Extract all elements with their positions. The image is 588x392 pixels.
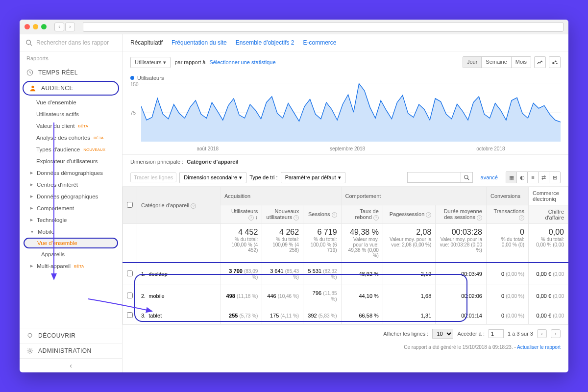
- nav-audience-interet[interactable]: Centres d'intérêt: [20, 179, 122, 191]
- sort-type-label: Type de tri :: [249, 174, 277, 180]
- goto-page-input[interactable]: [489, 329, 504, 338]
- search-placeholder[interactable]: Rechercher dans les rappor: [36, 39, 109, 46]
- table-row[interactable]: 3. tablet255 (5,73 %)175 (4,11 %)392 (5,…: [123, 307, 568, 324]
- tab-frequentation[interactable]: Fréquentation du site: [172, 39, 227, 46]
- row-checkbox[interactable]: [127, 312, 133, 318]
- beta-badge: BÊTA: [73, 264, 85, 269]
- legend-bullet-icon: [130, 76, 134, 80]
- granularity-mois[interactable]: Mois: [512, 57, 531, 68]
- rows-per-page-select[interactable]: 10: [432, 329, 453, 339]
- granularity-semaine[interactable]: Semaine: [482, 57, 511, 68]
- help-icon[interactable]: ?: [294, 215, 299, 220]
- svg-point-3: [31, 86, 34, 88]
- table-row[interactable]: 1. desktop3 700 (83,09 %)3 641 (85,43 %)…: [123, 263, 568, 285]
- help-icon[interactable]: ?: [332, 212, 337, 218]
- metric-dropdown[interactable]: Utilisateurs▾: [130, 57, 171, 68]
- help-icon[interactable]: ?: [519, 215, 524, 220]
- nav-audience-mobile[interactable]: Mobile: [20, 226, 122, 238]
- nav-audience-types[interactable]: Types d'audienceNOUVEAUX: [20, 144, 122, 155]
- svg-point-9: [556, 63, 558, 64]
- table-row[interactable]: 2. mobile498 (11,18 %)446 (10,46 %)796 (…: [123, 285, 568, 307]
- minimize-window-button[interactable]: [33, 24, 38, 29]
- help-icon[interactable]: ?: [477, 215, 482, 220]
- address-bar[interactable]: [83, 22, 564, 32]
- help-icon[interactable]: ?: [373, 215, 379, 220]
- tab-recap[interactable]: Récapitulatif: [130, 39, 163, 46]
- sidebar-collapse-toggle[interactable]: ‹: [20, 358, 122, 372]
- show-rows-label: Afficher les lignes :: [383, 331, 428, 337]
- nav-audience-techno[interactable]: Technologie: [20, 214, 122, 226]
- col-users[interactable]: Utilisateurs? ↓: [220, 205, 262, 224]
- col-bounce[interactable]: Taux de rebond?: [341, 205, 383, 224]
- refresh-report-link[interactable]: Actualiser le rapport: [517, 344, 561, 350]
- back-button[interactable]: ‹: [54, 23, 64, 31]
- col-transactions[interactable]: Transactions?: [486, 205, 528, 224]
- svg-point-6: [29, 350, 31, 352]
- ytick-75: 75: [130, 110, 136, 116]
- help-icon[interactable]: ?: [248, 215, 254, 220]
- select-all-checkbox[interactable]: [127, 202, 133, 208]
- view-pivot-icon[interactable]: ⊞: [549, 172, 560, 183]
- chart-motion-icon[interactable]: [549, 56, 561, 68]
- goto-label: Accéder à :: [457, 331, 485, 337]
- nav-audience-actifs[interactable]: Utilisateurs actifs: [20, 108, 122, 120]
- legend-users-label: Utilisateurs: [137, 75, 164, 81]
- close-window-button[interactable]: [24, 24, 30, 29]
- nav-audience[interactable]: AUDIENCE: [27, 84, 114, 93]
- xtick: septembre 2018: [330, 146, 365, 151]
- row-checkbox[interactable]: [127, 270, 133, 276]
- view-bar-icon[interactable]: ≡: [528, 172, 539, 183]
- sort-type-dropdown[interactable]: Paramètre par défaut▾: [281, 172, 345, 183]
- view-compare-icon[interactable]: ⇄: [539, 172, 549, 183]
- beta-badge: BÊTA: [76, 124, 89, 128]
- advanced-link[interactable]: avancé: [481, 174, 498, 180]
- granularity-jour[interactable]: Jour: [463, 57, 482, 68]
- table-search-input[interactable]: [407, 172, 461, 183]
- view-pie-icon[interactable]: ◐: [517, 172, 528, 183]
- main-content: Récapitulatif Fréquentation du site Ense…: [122, 34, 568, 372]
- help-icon[interactable]: ?: [426, 212, 431, 218]
- nav-audience-demo[interactable]: Données démographiques: [20, 167, 122, 179]
- select-stat-link[interactable]: Sélectionner une statistique: [209, 59, 275, 65]
- nav-administration[interactable]: ADMINISTRATION: [20, 343, 122, 358]
- prev-page-button[interactable]: ‹: [537, 329, 547, 338]
- col-pps[interactable]: Pages/session?: [383, 205, 435, 224]
- tab-ecommerce[interactable]: E-commerce: [303, 39, 337, 46]
- nav-audience-comportement[interactable]: Comportement: [20, 202, 122, 214]
- plot-rows-button: Tracer les lignes: [130, 172, 176, 182]
- help-icon[interactable]: ?: [191, 203, 196, 209]
- maximize-window-button[interactable]: [41, 24, 47, 29]
- nav-audience-valeur[interactable]: Valeur du clientBÊTA: [20, 120, 122, 132]
- chart-line-icon[interactable]: [534, 56, 546, 68]
- nav-audience-explorateur[interactable]: Explorateur d'utilisateurs: [20, 155, 122, 167]
- svg-line-1: [30, 44, 32, 46]
- table-search-button[interactable]: [461, 172, 473, 183]
- new-badge: NOUVEAUX: [82, 147, 107, 152]
- col-revenue[interactable]: Chiffre d'affaire: [528, 205, 568, 224]
- nav-audience-geo[interactable]: Données géographiques: [20, 191, 122, 202]
- person-icon: [29, 85, 36, 92]
- forward-button[interactable]: ›: [65, 23, 75, 31]
- col-new-users[interactable]: Nouveaux utilisateurs?: [262, 205, 303, 224]
- nav-mobile-vue[interactable]: Vue d'ensemble: [24, 238, 118, 248]
- beta-badge: BÊTA: [92, 136, 105, 140]
- secondary-dimension-dropdown[interactable]: Dimension secondaire▾: [179, 172, 246, 183]
- nav-audience-multi[interactable]: Multi-appareilBÊTA: [20, 260, 122, 272]
- view-table-icon[interactable]: ▦: [506, 172, 517, 183]
- report-tabs: Récapitulatif Fréquentation du site Ense…: [122, 34, 568, 51]
- nav-mobile-appareils[interactable]: Appareils: [20, 248, 122, 260]
- nav-audience-cohortes[interactable]: Analyse des cohortesBÊTA: [20, 132, 122, 144]
- col-duration[interactable]: Durée moyenne des sessions?: [436, 205, 487, 224]
- xtick: août 2018: [196, 146, 219, 151]
- nav-decouvrir[interactable]: DÉCOUVRIR: [20, 328, 122, 343]
- next-page-button[interactable]: ›: [551, 329, 561, 338]
- tab-objectifs[interactable]: Ensemble d'objectifs 2: [236, 39, 294, 46]
- nav-temps-reel[interactable]: TEMPS RÉEL: [20, 65, 122, 80]
- row-checkbox[interactable]: [127, 293, 133, 298]
- conversions-tab[interactable]: Commerce électroniq: [528, 187, 568, 205]
- nav-audience-vue[interactable]: Vue d'ensemble: [20, 97, 122, 108]
- col-sessions[interactable]: Sessions?: [303, 205, 341, 224]
- ytick-150: 150: [130, 82, 139, 87]
- primary-dimension-value[interactable]: Catégorie d'appareil: [187, 159, 238, 165]
- report-timestamp: Ce rapport a été généré le 15/10/2018 à …: [122, 343, 568, 355]
